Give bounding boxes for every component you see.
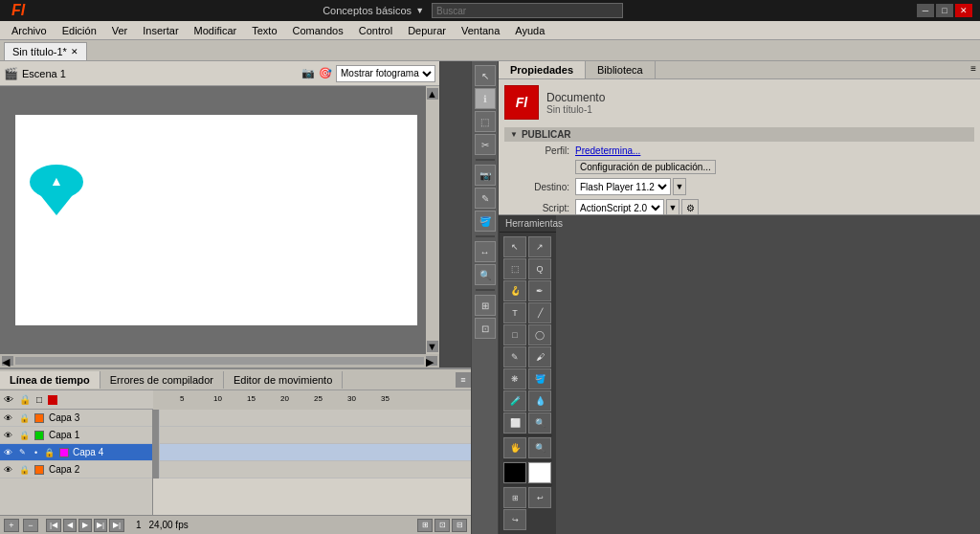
tool-pencil[interactable]: ✎ — [503, 346, 526, 367]
current-frame: 1 — [136, 520, 142, 530]
first-frame-button[interactable]: |◀ — [46, 519, 61, 532]
menu-ayuda[interactable]: Ayuda — [507, 25, 552, 36]
script-select[interactable]: ActionScript 2.0 — [575, 199, 664, 215]
tool-decorate[interactable]: ❋ — [503, 368, 526, 389]
tool-subselect[interactable]: ↗ — [528, 236, 551, 257]
ruler-5: 5 — [180, 394, 184, 403]
menu-archivo[interactable]: Archivo — [4, 25, 55, 36]
tool-arrow[interactable]: ↖ — [503, 236, 526, 257]
layer-capa1[interactable]: 👁 🔒 Capa 1 — [0, 427, 152, 444]
layer1-name: Capa 1 — [46, 430, 148, 440]
tool-freexform[interactable]: ⬚ — [503, 258, 526, 279]
tool-eyedropper[interactable]: 💧 — [528, 390, 551, 412]
tool-oval[interactable]: ◯ — [528, 324, 551, 345]
vscroll-up[interactable]: ▲ — [427, 88, 438, 100]
tab-close-icon[interactable]: ✕ — [71, 47, 78, 56]
tool-inkbottle[interactable]: 🧪 — [503, 390, 526, 412]
layer-capa2[interactable]: 👁 🔒 Capa 2 — [0, 461, 152, 478]
menu-texto[interactable]: Texto — [244, 25, 284, 36]
tool-pen[interactable]: ✒ — [528, 280, 551, 301]
tab-sin-titulo[interactable]: Sin título-1* ✕ — [4, 42, 87, 60]
menu-depurar[interactable]: Depurar — [400, 25, 454, 36]
props-menu-icon[interactable]: ≡ — [967, 61, 980, 78]
tab-propiedades[interactable]: Propiedades — [499, 61, 586, 78]
eye-header-icon: 👁 — [4, 394, 13, 405]
stage-canvas[interactable]: ▲ — [15, 115, 417, 325]
vtool-crop[interactable]: ✂ — [475, 134, 496, 155]
config-btn[interactable]: Configuración de publicación... — [575, 160, 716, 174]
prev-frame-button[interactable]: ◀ — [63, 519, 77, 532]
destino-select[interactable]: Flash Player 11.2 — [575, 178, 671, 195]
perfil-value: Predetermina... — [575, 145, 970, 156]
ruler-35: 35 — [381, 394, 390, 403]
view-dropdown[interactable]: Mostrar fotograma — [336, 65, 435, 82]
menu-ver[interactable]: Ver — [104, 25, 136, 36]
tool-snap[interactable]: ⊞ — [503, 487, 526, 508]
tab-timeline[interactable]: Línea de tiempo — [0, 371, 100, 389]
tool-smooth[interactable]: ↩ — [528, 487, 551, 508]
tool-text[interactable]: T — [503, 302, 526, 323]
tool-fill-color[interactable] — [528, 462, 551, 483]
layer-capa3[interactable]: 👁 🔒 Capa 3 — [0, 410, 152, 427]
tool-zoom-tool[interactable]: 🔍 — [528, 412, 551, 434]
menu-control[interactable]: Control — [351, 25, 400, 36]
tab-motion-editor[interactable]: Editor de movimiento — [224, 371, 343, 389]
destino-dropdown-btn[interactable]: ▼ — [673, 178, 686, 195]
hscroll-left[interactable]: ◀ — [2, 356, 13, 366]
panel-options-icon[interactable]: ≡ — [456, 372, 471, 388]
vtool-snap[interactable]: ⊞ — [475, 295, 496, 316]
layer1-lock: 🔒 — [19, 431, 33, 440]
menu-modificar[interactable]: Modificar — [187, 25, 245, 36]
vtool-camera[interactable]: 📷 — [475, 165, 496, 186]
play-button[interactable]: ▶ — [78, 519, 92, 532]
vscroll-down[interactable]: ▼ — [427, 341, 438, 352]
delete-layer-button[interactable]: − — [23, 519, 38, 532]
tool-brush[interactable]: 🖌 — [528, 346, 551, 367]
vscroll[interactable]: ▲ ▼ — [426, 86, 439, 354]
script-settings-btn[interactable]: ⚙ — [681, 199, 699, 215]
tool-zoom2[interactable]: 🔍 — [528, 437, 551, 458]
tab-biblioteca[interactable]: Biblioteca — [586, 61, 656, 78]
vtool-bucket[interactable]: 🪣 — [475, 211, 496, 232]
tool-paint[interactable]: 🪣 — [528, 368, 551, 389]
frames-area — [153, 410, 471, 515]
tool-rect[interactable]: □ — [503, 324, 526, 345]
tool-stroke-color[interactable] — [503, 462, 526, 483]
vtool-transform[interactable]: ⬚ — [475, 111, 496, 132]
tab-compiler-errors[interactable]: Errores de compilador — [100, 371, 224, 389]
sync-btn2[interactable]: ⊡ — [434, 519, 450, 532]
hscroll-right[interactable]: ▶ — [426, 356, 437, 366]
concepts-dropdown[interactable]: Conceptos básicos ▼ — [323, 5, 424, 16]
maximize-button[interactable]: □ — [936, 4, 953, 17]
vtool-onion[interactable]: ⊡ — [475, 318, 496, 339]
hscroll[interactable]: ◀ ▶ — [0, 354, 439, 367]
right-panel: Propiedades Biblioteca ≡ Fl Documento Si… — [498, 61, 980, 534]
menu-comandos[interactable]: Comandos — [285, 25, 351, 36]
timeline-header: 👁 🔒 □ 5 10 15 20 25 30 35 — [0, 390, 471, 410]
menu-edicion[interactable]: Edición — [55, 25, 104, 36]
vtool-select[interactable]: ↖ — [475, 65, 496, 86]
menu-ventana[interactable]: Ventana — [454, 25, 507, 36]
tool-straighten[interactable]: ↪ — [503, 509, 526, 530]
search-input[interactable] — [432, 3, 623, 18]
next-frame-button[interactable]: ▶| — [94, 519, 107, 532]
tool-line[interactable]: ╱ — [528, 302, 551, 323]
tool-3d[interactable]: Q — [528, 258, 551, 279]
script-dropdown-btn[interactable]: ▼ — [666, 199, 679, 215]
tool-lasso[interactable]: 🪝 — [503, 280, 526, 301]
last-frame-button[interactable]: ▶| — [109, 519, 124, 532]
tool-hand[interactable]: 🖐 — [503, 437, 526, 458]
layer-capa4[interactable]: 👁 ✎ • 🔒 Capa 4 — [0, 444, 152, 461]
vtool-pencil[interactable]: ✎ — [475, 188, 496, 209]
minimize-button[interactable]: ─ — [917, 4, 934, 17]
vtool-subselect[interactable]: ℹ — [475, 88, 496, 109]
sync-btn1[interactable]: ⊞ — [417, 519, 433, 532]
vtool-move[interactable]: ↔ — [475, 241, 496, 262]
add-layer-button[interactable]: + — [4, 519, 19, 532]
menu-insertar[interactable]: Insertar — [135, 25, 186, 36]
sync-btn3[interactable]: ⊟ — [452, 519, 467, 532]
vtool-zoom[interactable]: 🔍 — [475, 264, 496, 285]
tool-eraser[interactable]: ⬜ — [503, 412, 526, 434]
doc-name-label: Sin título-1 — [546, 104, 605, 115]
close-button[interactable]: ✕ — [955, 4, 972, 17]
